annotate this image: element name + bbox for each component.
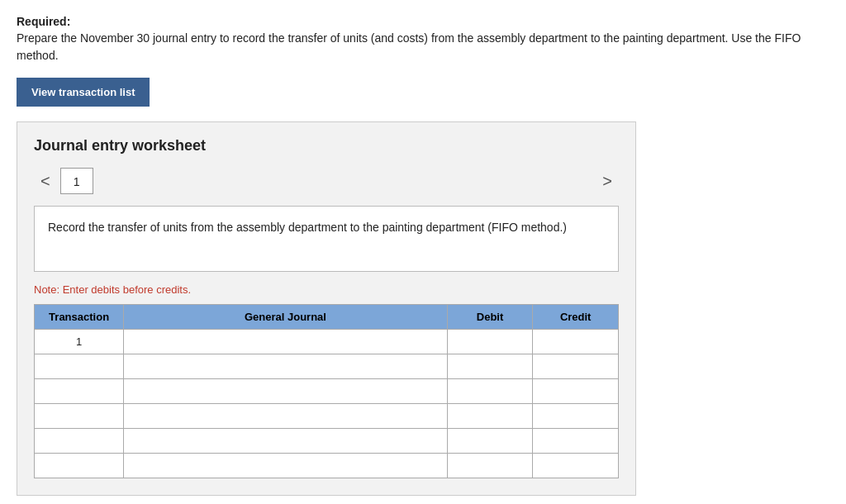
table-row: [35, 454, 619, 478]
table-row: [35, 354, 619, 379]
general-journal-cell[interactable]: [124, 404, 448, 429]
credit-cell[interactable]: [533, 330, 619, 354]
instructions-text: Prepare the November 30 journal entry to…: [17, 30, 829, 64]
general-journal-input[interactable]: [127, 330, 447, 354]
credit-input[interactable]: [533, 429, 618, 453]
debit-input[interactable]: [448, 379, 533, 403]
debit-cell[interactable]: [447, 330, 533, 354]
col-header-credit: Credit: [533, 305, 619, 330]
view-transaction-button[interactable]: View transaction list: [17, 78, 150, 107]
debit-cell[interactable]: [447, 354, 533, 379]
debit-input[interactable]: [448, 330, 533, 354]
credit-input[interactable]: [533, 404, 618, 428]
general-journal-cell[interactable]: [124, 454, 448, 478]
credit-cell[interactable]: [533, 454, 619, 478]
credit-input[interactable]: [533, 379, 618, 403]
worksheet-title: Journal entry worksheet: [34, 137, 619, 155]
transaction-cell: [35, 354, 124, 379]
credit-input[interactable]: [533, 354, 618, 378]
debit-cell[interactable]: [447, 404, 533, 429]
general-journal-cell[interactable]: [124, 354, 448, 379]
general-journal-cell[interactable]: [124, 330, 448, 354]
general-journal-input[interactable]: [127, 429, 447, 453]
general-journal-input[interactable]: [127, 379, 447, 403]
col-header-transaction: Transaction: [35, 305, 124, 330]
debit-input[interactable]: [448, 429, 533, 453]
note-text: Note: Enter debits before credits.: [34, 283, 619, 296]
general-journal-input[interactable]: [127, 354, 447, 378]
worksheet-container: Journal entry worksheet < 1 > Record the…: [17, 121, 636, 496]
table-row: [35, 429, 619, 454]
credit-input[interactable]: [533, 330, 618, 354]
debit-input[interactable]: [448, 454, 533, 478]
general-journal-cell[interactable]: [124, 429, 448, 454]
col-header-general-journal: General Journal: [124, 305, 448, 330]
transaction-cell: [35, 429, 124, 454]
transaction-cell: [35, 404, 124, 429]
general-journal-input[interactable]: [127, 454, 447, 478]
credit-cell[interactable]: [533, 429, 619, 454]
general-journal-cell[interactable]: [124, 379, 448, 404]
nav-left-arrow[interactable]: <: [34, 169, 57, 194]
table-row: [35, 379, 619, 404]
col-header-debit: Debit: [447, 305, 533, 330]
credit-cell[interactable]: [533, 354, 619, 379]
credit-input[interactable]: [533, 454, 618, 478]
debit-cell[interactable]: [447, 379, 533, 404]
transaction-description: Record the transfer of units from the as…: [34, 206, 619, 272]
credit-cell[interactable]: [533, 404, 619, 429]
page-navigation: < 1 >: [34, 168, 619, 194]
transaction-cell: 1: [35, 330, 124, 354]
debit-input[interactable]: [448, 354, 533, 378]
table-row: 1: [35, 330, 619, 354]
required-label: Required:: [17, 15, 829, 28]
nav-right-arrow[interactable]: >: [596, 169, 619, 194]
page-number: 1: [60, 168, 93, 194]
table-row: [35, 404, 619, 429]
journal-table: Transaction General Journal Debit Credit…: [34, 304, 619, 478]
transaction-cell: [35, 454, 124, 478]
debit-cell[interactable]: [447, 454, 533, 478]
debit-input[interactable]: [448, 404, 533, 428]
transaction-cell: [35, 379, 124, 404]
general-journal-input[interactable]: [127, 404, 447, 428]
credit-cell[interactable]: [533, 379, 619, 404]
debit-cell[interactable]: [447, 429, 533, 454]
